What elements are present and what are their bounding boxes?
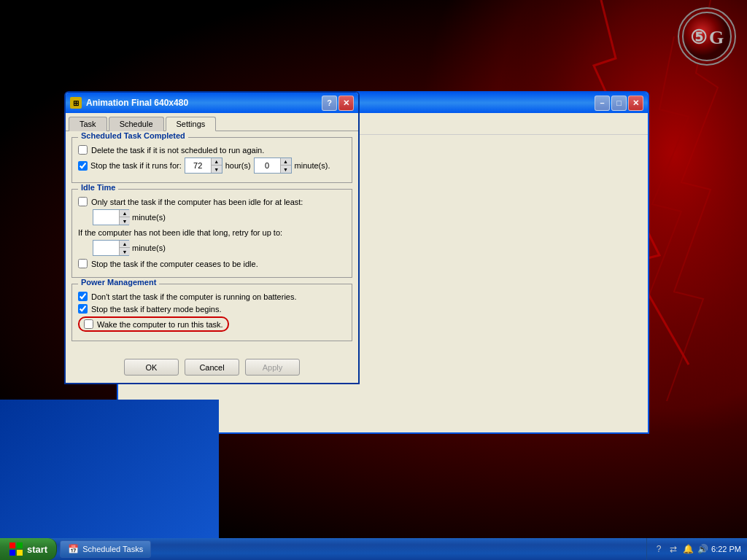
stop-idle-label: Stop the task if the computer ceases to … [91,260,258,268]
batteries-row: Don't start the task if the computer is … [78,292,346,301]
minutes-input[interactable] [255,158,280,173]
stop-idle-checkbox[interactable] [78,259,88,268]
wake-task-row: Wake the computer to run this task. [78,316,346,332]
retry-minutes-arrows: ▲ ▼ [119,241,130,255]
stop-task-row: Stop the task if it runs for: ▲ ▼ hour(s… [78,158,346,174]
tray-volume-icon[interactable]: 🔊 [697,543,708,555]
stop-task-label: Stop the task if it runs for: [90,161,182,170]
svg-rect-21 [9,542,15,548]
tray-notification-icon[interactable]: 🔔 [682,543,694,555]
hours-input[interactable] [185,158,211,173]
battery-mode-label: Stop the task if battery mode begins. [91,305,222,314]
stop-task-checkbox[interactable] [78,161,88,171]
dialog-controls: ? ✕ [322,96,354,111]
settings-dialog: ⊞ Animation Final 640x480 ? ✕ Task Sched… [64,91,360,384]
ok-button[interactable]: OK [124,359,179,376]
dialog-help-button[interactable]: ? [322,96,337,111]
wake-label: Wake the computer to run this task. [97,320,223,329]
taskbar-scheduled-tasks[interactable]: 📅 Scheduled Tasks [60,540,151,558]
section-idle-content: Only start the task if the computer has … [78,197,346,268]
retry-minutes-input[interactable] [93,241,119,255]
explorer-controls: – □ ✕ [595,96,643,111]
section-idle-time: Idle Time Only start the task if the com… [71,189,352,278]
logo: ⑤ G [674,7,740,66]
wake-checkbox[interactable] [84,319,93,329]
retry-minutes-label: minute(s) [132,244,166,252]
taskbar: start 📅 Scheduled Tasks ? ⇄ 🔔 🔊 6:22 PM [0,538,747,560]
svg-rect-23 [9,550,15,556]
minutes-arrows: ▲ ▼ [280,158,291,173]
svg-rect-22 [17,542,23,548]
section-power-content: Don't start the task if the computer is … [78,292,346,332]
dialog-close-button[interactable]: ✕ [338,96,354,111]
retry-down-button[interactable]: ▼ [120,248,130,255]
dialog-content: Scheduled Task Completed Delete the task… [66,131,358,353]
retry-up-button[interactable]: ▲ [120,241,130,248]
dialog-title-area: ⊞ Animation Final 640x480 [70,97,188,109]
batteries-checkbox[interactable] [78,292,88,301]
dialog-titlebar: ⊞ Animation Final 640x480 ? ✕ [66,93,358,113]
start-icon [9,542,23,556]
tray-time: 6:22 PM [711,545,741,553]
hours-arrows: ▲ ▼ [211,158,222,173]
bottom-left-panel [0,400,219,538]
hour-label: hour(s) [225,161,251,170]
start-label: start [27,544,47,555]
tab-task[interactable]: Task [69,117,107,131]
cancel-button[interactable]: Cancel [185,359,239,376]
section-power-management: Power Management Don't start the task if… [71,284,352,341]
idle-minutes-label: minute(s) [132,213,166,222]
section-scheduled-task-title: Scheduled Task Completed [78,131,188,140]
delete-task-checkbox[interactable] [78,145,88,155]
minutes-label: minute(s). [295,161,330,170]
batteries-label: Don't start the task if the computer is … [91,292,297,301]
delete-task-row: Delete the task if it is not scheduled t… [78,145,346,155]
explorer-maximize-button[interactable]: □ [611,96,627,111]
retry-minutes-spinner: ▲ ▼ [93,240,129,256]
tray-question-icon[interactable]: ? [653,543,665,555]
idle-minutes-down-button[interactable]: ▼ [120,217,130,225]
idle-minutes-row: ▲ ▼ minute(s) [78,209,346,225]
logo-image: ⑤ G [678,7,736,66]
svg-text:⑤: ⑤ [690,27,707,48]
idle-minutes-up-button[interactable]: ▲ [120,210,130,217]
idle-minutes-spinner: ▲ ▼ [93,209,129,225]
idle-start-checkbox[interactable] [78,197,88,206]
wake-highlight-border: Wake the computer to run this task. [78,316,229,332]
stop-idle-row: Stop the task if the computer ceases to … [78,259,346,268]
start-button[interactable]: start [0,538,57,560]
battery-mode-row: Stop the task if battery mode begins. [78,304,346,314]
section-power-title: Power Management [78,278,159,287]
desktop: ⑤ G Scheduled Tasks – □ ✕ [0,0,747,560]
section-scheduled-content: Delete the task if it is not scheduled t… [78,145,346,174]
hours-down-button[interactable]: ▼ [212,166,222,173]
svg-text:G: G [709,27,724,48]
taskbar-icon: 📅 [68,544,79,554]
delete-task-label: Delete the task if it is not scheduled t… [91,146,264,155]
dialog-title-text: Animation Final 640x480 [86,98,188,108]
section-scheduled-task-completed: Scheduled Task Completed Delete the task… [71,137,352,183]
minutes-up-button[interactable]: ▲ [281,158,291,166]
battery-mode-checkbox[interactable] [78,304,88,314]
dialog-footer: OK Cancel Apply [66,353,358,383]
hours-up-button[interactable]: ▲ [212,158,222,166]
tab-schedule[interactable]: Schedule [109,117,164,131]
taskbar-tray: ? ⇄ 🔔 🔊 6:22 PM [646,538,747,560]
dialog-tabs: Task Schedule Settings [66,113,358,131]
apply-button[interactable]: Apply [245,359,300,376]
tab-settings[interactable]: Settings [166,117,217,131]
retry-label: If the computer has not been idle that l… [78,228,346,237]
taskbar-item-label: Scheduled Tasks [82,545,143,553]
minutes-spinner: ▲ ▼ [254,158,292,174]
explorer-minimize-button[interactable]: – [595,96,610,111]
dialog-title-icon: ⊞ [70,97,82,109]
explorer-close-button[interactable]: ✕ [628,96,643,111]
idle-start-label: Only start the task if the computer has … [91,198,303,206]
minutes-down-button[interactable]: ▼ [281,166,291,173]
section-idle-title: Idle Time [78,183,118,192]
hours-spinner: ▲ ▼ [185,158,222,174]
tray-transfer-icon[interactable]: ⇄ [667,543,679,555]
svg-rect-24 [17,550,23,556]
idle-minutes-arrows: ▲ ▼ [119,210,130,225]
idle-minutes-input[interactable] [93,210,119,225]
